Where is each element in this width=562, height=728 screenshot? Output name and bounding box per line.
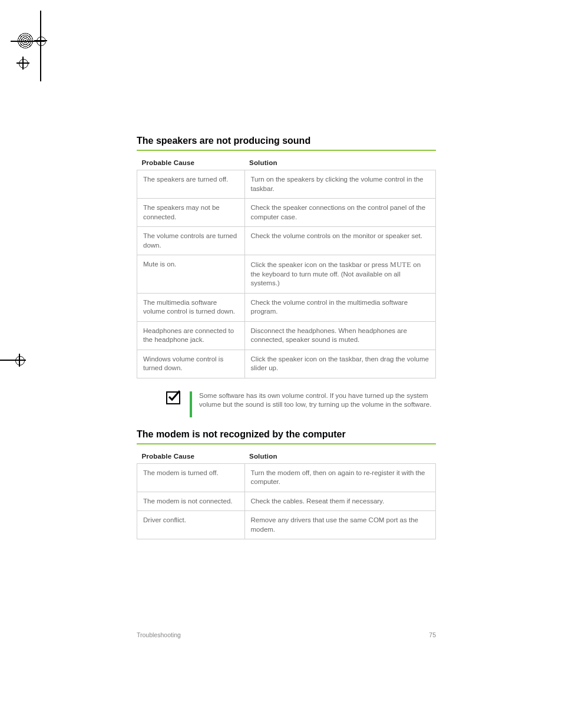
- cell-solution: Check the speaker connections on the con…: [244, 199, 435, 227]
- cell-solution: Check the volume control in the multimed…: [244, 293, 435, 321]
- table-row: Headphones are connected to the headphon…: [137, 321, 436, 350]
- table-row: The speakers are turned off. Turn on the…: [137, 170, 436, 199]
- page-number: 75: [429, 631, 436, 638]
- page-footer: Troubleshooting 75: [137, 631, 436, 638]
- crosshair-icon: [13, 354, 26, 367]
- page-content: The speakers are not producing sound Pro…: [137, 136, 436, 539]
- col-header-cause: Probable Cause: [137, 449, 245, 464]
- cell-solution: Disconnect the headphones. When headphon…: [244, 321, 435, 350]
- cell-cause: The volume controls are turned down.: [137, 227, 245, 255]
- section-rule: [137, 443, 436, 444]
- col-header-solution: Solution: [244, 449, 435, 464]
- crosshair-icon: [16, 57, 29, 70]
- section-rule: [137, 150, 436, 151]
- table-row: The modem is not connected. Check the ca…: [137, 492, 436, 511]
- keycap-label: MUTE: [390, 261, 411, 269]
- cell-cause: The modem is not connected.: [137, 492, 245, 511]
- cell-solution: Turn on the speakers by clicking the vol…: [244, 170, 435, 199]
- table-row: The speakers may not be connected. Check…: [137, 199, 436, 227]
- section-heading: The modem is not recognized by the compu…: [137, 429, 436, 440]
- col-header-solution: Solution: [244, 156, 435, 170]
- crosshair-icon: [34, 34, 47, 47]
- cell-solution: Turn the modem off, then on again to re-…: [244, 463, 435, 492]
- cell-cause: Windows volume control is turned down.: [137, 350, 245, 378]
- spiral-icon: [18, 33, 33, 48]
- cell-cause: Headphones are connected to the headphon…: [137, 321, 245, 350]
- table-row: The volume controls are turned down. Che…: [137, 227, 436, 255]
- cell-solution: Click the speaker icon on the taskbar or…: [244, 255, 435, 294]
- table-row: The multimedia software volume control i…: [137, 293, 436, 321]
- cell-solution: Check the volume controls on the monitor…: [244, 227, 435, 255]
- note-accent-bar: [190, 391, 192, 417]
- cell-cause: Driver conflict.: [137, 511, 245, 539]
- cell-cause: Mute is on.: [137, 255, 245, 294]
- note-text: Some software has its own volume control…: [199, 391, 436, 410]
- section-heading: The speakers are not producing sound: [137, 136, 436, 146]
- cell-solution: Check the cables. Reseat them if necessa…: [244, 492, 435, 511]
- cell-cause: The speakers are turned off.: [137, 170, 245, 199]
- table-row: Mute is on. Click the speaker icon on th…: [137, 255, 436, 294]
- table-row: Windows volume control is turned down. C…: [137, 350, 436, 378]
- solution-text: Click the speaker icon on the taskbar or…: [251, 261, 391, 268]
- cell-cause: The modem is turned off.: [137, 463, 245, 492]
- cell-cause: The speakers may not be connected.: [137, 199, 245, 227]
- note-block: Some software has its own volume control…: [166, 391, 436, 417]
- table-row: Driver conflict. Remove any drivers that…: [137, 511, 436, 539]
- cell-solution: Remove any drivers that use the same COM…: [244, 511, 435, 539]
- troubleshoot-table: Probable Cause Solution The speakers are…: [137, 156, 436, 378]
- cell-cause: The multimedia software volume control i…: [137, 293, 245, 321]
- table-row: The modem is turned off. Turn the modem …: [137, 463, 436, 492]
- cell-solution: Click the speaker icon on the taskbar, t…: [244, 350, 435, 378]
- footer-section-label: Troubleshooting: [137, 631, 181, 638]
- troubleshoot-table: Probable Cause Solution The modem is tur…: [137, 449, 436, 540]
- col-header-cause: Probable Cause: [137, 156, 245, 170]
- checkmark-icon: [166, 391, 180, 404]
